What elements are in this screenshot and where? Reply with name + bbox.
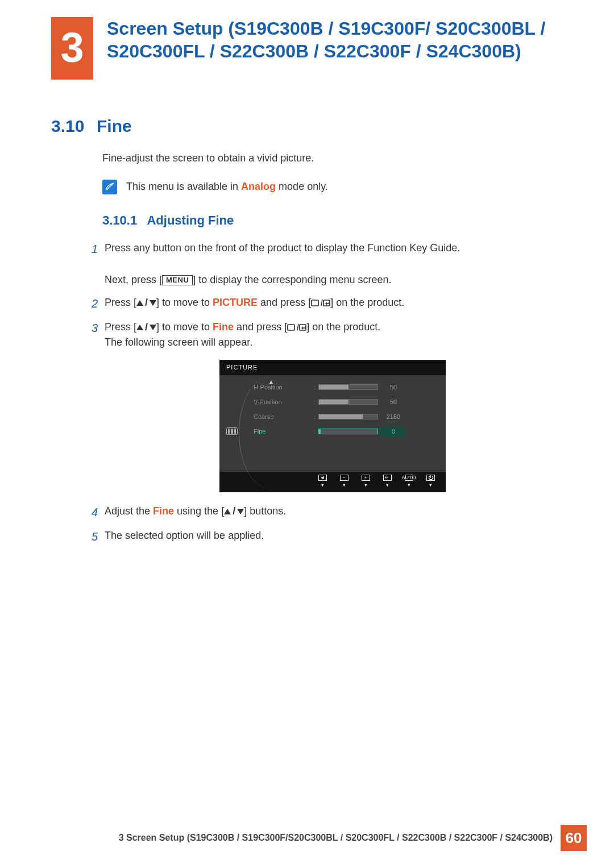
step-text: ] to move to — [156, 321, 213, 333]
svg-rect-3 — [288, 325, 294, 330]
down-triangle-icon — [150, 300, 156, 306]
osd-colon: : — [310, 427, 318, 437]
page-footer: 3 Screen Setup (S19C300B / S19C300F/S20C… — [119, 825, 587, 851]
step-text: The following screen will appear. — [105, 337, 252, 348]
osd-value: 50 — [381, 383, 405, 392]
subsection-number: 3.10.1 — [102, 213, 137, 227]
section-title: Fine — [97, 117, 132, 136]
step-text: ] on the product. — [330, 297, 404, 308]
note-prefix: This menu is available in — [126, 181, 241, 192]
step-text: Next, press [ — [105, 274, 162, 285]
svg-text:/: / — [297, 323, 299, 332]
osd-colon: : — [310, 383, 318, 392]
osd-category-icon — [226, 427, 238, 435]
osd-bar — [318, 429, 378, 434]
step-text: using the [ — [174, 505, 224, 517]
down-triangle-icon — [237, 509, 244, 514]
source-enter-icon: / — [311, 297, 330, 308]
note-icon — [102, 180, 117, 194]
svg-rect-0 — [312, 300, 318, 306]
step-text: Adjust the — [105, 505, 153, 517]
osd-footer-button: AUTO▾ — [400, 475, 417, 489]
step-number: 3 — [88, 319, 105, 351]
chapter-header: 3 Screen Setup (S19C300B / S19C300F/ S20… — [0, 0, 614, 80]
note-row: This menu is available in Analog mode on… — [102, 179, 563, 195]
step-number: 4 — [88, 504, 105, 521]
osd-footer-button: ◄▾ — [314, 475, 331, 489]
menu-label: MENU — [162, 275, 193, 285]
osd-value: 2160 — [381, 412, 405, 422]
svg-text:/: / — [321, 298, 323, 308]
page-number: 60 — [561, 825, 587, 851]
osd-arc-decoration — [239, 377, 284, 488]
section-heading: 3.10 Fine — [0, 80, 614, 136]
osd-colon: : — [310, 397, 318, 407]
step-text: and press [ — [234, 321, 287, 333]
step-text: ] on the product. — [306, 321, 380, 333]
step-2: 2 Press [/] to move to PICTURE and press… — [88, 295, 563, 313]
subsection-title: Adjusting Fine — [147, 213, 234, 227]
osd-footer-button: −▾ — [335, 475, 352, 489]
chapter-number-box: 3 — [51, 17, 93, 80]
step-text: Press [ — [105, 297, 136, 308]
step-text: ] to display the corresponding menu scre… — [193, 274, 391, 285]
step-5: 5 The selected option will be applied. — [88, 528, 563, 546]
osd-footer-button: ＋▾ — [357, 475, 374, 489]
osd-bar — [318, 399, 378, 405]
osd-bar — [318, 414, 378, 420]
step-text: and press [ — [258, 297, 311, 308]
up-triangle-icon — [224, 509, 231, 514]
intro-text: Fine-adjust the screen to obtain a vivid… — [102, 151, 563, 167]
note-text: This menu is available in Analog mode on… — [126, 179, 328, 195]
osd-value: 50 — [381, 397, 405, 407]
step-number: 1 — [88, 240, 105, 288]
source-enter-icon: / — [287, 321, 306, 333]
osd-title: PICTURE — [219, 360, 446, 375]
step-3: 3 Press [/] to move to Fine and press [/… — [88, 319, 563, 351]
step-text: Press [ — [105, 321, 136, 333]
up-triangle-icon — [136, 300, 143, 306]
step-4: 4 Adjust the Fine using the [/] buttons. — [88, 504, 563, 521]
footer-text: 3 Screen Setup (S19C300B / S19C300F/S20C… — [119, 833, 553, 843]
step-text: The selected option will be applied. — [105, 528, 563, 546]
osd-footer-button: ↵▾ — [379, 475, 396, 489]
up-triangle-icon — [136, 325, 143, 330]
step-number: 2 — [88, 295, 105, 313]
osd-panel: PICTURE ▲ H-Position:50V-Position:50Coar… — [219, 360, 446, 492]
step-1: 1 Press any button on the front of the p… — [88, 240, 563, 288]
osd-value: 0 — [381, 426, 405, 437]
osd-footer-button: ⏻▾ — [422, 475, 439, 489]
chapter-title: Screen Setup (S19C300B / S19C300F/ S20C3… — [93, 17, 563, 63]
osd-colon: : — [310, 412, 318, 422]
step-number: 5 — [88, 528, 105, 546]
step-text: ] to move to — [156, 297, 213, 308]
highlight-fine: Fine — [153, 505, 174, 517]
osd-bar — [318, 384, 378, 390]
section-number: 3.10 — [51, 117, 97, 136]
subsection-heading: 3.10.1 Adjusting Fine — [102, 211, 563, 230]
step-text: ] buttons. — [244, 505, 286, 517]
note-suffix: mode only. — [276, 181, 328, 192]
down-triangle-icon — [150, 325, 156, 330]
step-text: Press any button on the front of the pro… — [105, 242, 460, 254]
highlight-fine: Fine — [213, 321, 234, 333]
note-highlight: Analog — [241, 181, 276, 192]
highlight-picture: PICTURE — [213, 297, 258, 308]
